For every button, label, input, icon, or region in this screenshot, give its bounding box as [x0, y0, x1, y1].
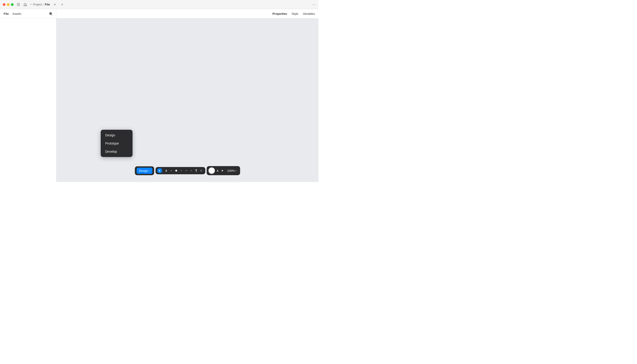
- zoom-control[interactable]: 100% ▾: [225, 168, 238, 173]
- breadcrumb-check: ✓: [30, 3, 32, 6]
- breadcrumb-project[interactable]: Project: [33, 3, 42, 6]
- svg-line-4: [52, 14, 53, 15]
- title-bar: ✓ Project / File ✕ + ···: [0, 0, 319, 9]
- mode-dropdown: Design Prototype Develop: [101, 130, 133, 157]
- mode-button[interactable]: Design ▾: [137, 168, 152, 174]
- breadcrumb: ✓ Project / File: [30, 3, 50, 6]
- nav-file[interactable]: File: [4, 12, 9, 16]
- select-tool[interactable]: [157, 168, 162, 173]
- canvas-area[interactable]: Design Prototype Develop Design ▾: [56, 18, 319, 182]
- properties-tab[interactable]: Properties: [273, 12, 287, 16]
- minimize-button[interactable]: [7, 3, 10, 6]
- breadcrumb-file[interactable]: File: [45, 3, 50, 6]
- new-tab-button[interactable]: +: [60, 2, 65, 7]
- svg-rect-2: [17, 6, 20, 6]
- shape-tool[interactable]: [174, 168, 179, 173]
- mode-label: Design: [139, 169, 148, 172]
- share-button[interactable]: [215, 168, 220, 173]
- close-button[interactable]: [3, 3, 6, 6]
- mode-chevron: ▾: [149, 170, 150, 172]
- play-button[interactable]: [220, 168, 225, 173]
- svg-rect-5: [176, 170, 177, 171]
- nav-assets[interactable]: Assets: [12, 12, 21, 16]
- header-left: File Assets: [0, 9, 56, 18]
- text-tool[interactable]: T: [194, 168, 199, 173]
- frame-tool-chevron[interactable]: ▾: [169, 168, 174, 173]
- maximize-button[interactable]: [11, 3, 14, 6]
- header: File Assets Properties Style Variables: [0, 9, 319, 18]
- mode-group: Design ▾: [135, 166, 154, 175]
- svg-point-6: [187, 170, 187, 170]
- tools-group: # ▾ ▾ ▾ T: [156, 167, 205, 174]
- sidebar: [0, 18, 56, 182]
- dropdown-prototype[interactable]: Prototype: [101, 139, 133, 148]
- breadcrumb-separator: /: [43, 3, 44, 6]
- search-button[interactable]: [49, 12, 53, 16]
- svg-point-3: [50, 12, 52, 14]
- shape-tool-chevron[interactable]: ▾: [179, 168, 184, 173]
- frame-tool[interactable]: #: [164, 168, 169, 173]
- right-toolbar-group: 100% ▾: [207, 166, 240, 175]
- variables-tab[interactable]: Variables: [303, 12, 315, 16]
- zoom-chevron: ▾: [235, 170, 236, 172]
- close-tab-button[interactable]: ✕: [53, 2, 57, 6]
- header-right: Properties Style Variables: [269, 12, 319, 16]
- main-layout: Design Prototype Develop Design ▾: [0, 18, 319, 182]
- color-button[interactable]: [209, 168, 215, 174]
- home-icon[interactable]: [23, 2, 27, 6]
- svg-rect-0: [17, 3, 20, 4]
- header-nav: File Assets: [4, 12, 21, 16]
- dropdown-design[interactable]: Design: [101, 131, 133, 139]
- dropdown-develop[interactable]: Develop: [101, 148, 133, 156]
- style-tab[interactable]: Style: [292, 12, 298, 16]
- more-options-button[interactable]: ···: [312, 2, 316, 7]
- menu-icon[interactable]: [16, 2, 21, 6]
- zoom-level: 100%: [227, 169, 235, 172]
- comment-tool[interactable]: [199, 168, 204, 173]
- bottom-toolbar: Design ▾ # ▾: [135, 166, 240, 175]
- pen-tool-chevron[interactable]: ▾: [189, 168, 194, 173]
- svg-rect-1: [17, 4, 20, 5]
- pen-tool[interactable]: [184, 168, 189, 173]
- traffic-lights: [3, 3, 14, 6]
